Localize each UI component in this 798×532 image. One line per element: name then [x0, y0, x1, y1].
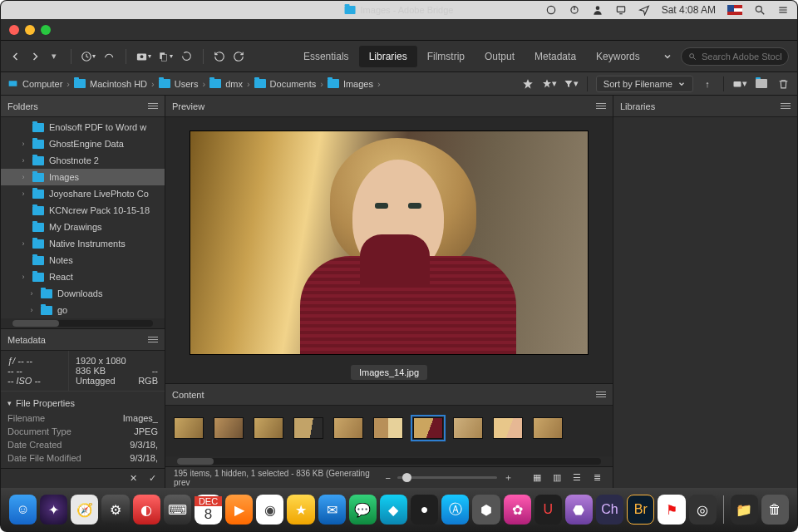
zoom-in-icon[interactable]: ＋	[504, 471, 513, 484]
flag-icon[interactable]	[727, 5, 742, 15]
folder-go[interactable]: ›go	[21, 302, 165, 318]
new-folder-icon[interactable]	[754, 76, 769, 91]
send-icon[interactable]	[638, 4, 650, 16]
filter-star-icon[interactable]	[520, 76, 535, 91]
view-grid-icon[interactable]: ▥	[549, 472, 564, 484]
dock-app-flag[interactable]: ⚑	[658, 495, 685, 525]
workspace-tab-keywords[interactable]: Keywords	[586, 46, 650, 67]
folder-notes[interactable]: Notes	[1, 252, 165, 268]
zoom-window[interactable]	[41, 25, 51, 35]
panel-menu-icon[interactable]	[148, 103, 158, 109]
rotate-cw-icon[interactable]	[233, 47, 245, 66]
batch-icon[interactable]: ▾	[158, 47, 173, 66]
user-icon[interactable]	[592, 4, 603, 16]
dock-launchpad[interactable]: ✦	[40, 495, 67, 525]
thumbnail[interactable]	[174, 417, 204, 439]
dock-terminal[interactable]: ⌨	[164, 495, 191, 525]
dock-bridge[interactable]: Br	[627, 495, 654, 525]
tree-hscroll[interactable]	[1, 318, 165, 328]
crumb-images[interactable]: Images	[328, 79, 373, 89]
filter-rating-icon[interactable]: ▾	[542, 76, 557, 91]
meta-apply-icon[interactable]: ✓	[149, 473, 156, 484]
metadata-panel-header[interactable]: Metadata	[1, 329, 165, 351]
thumb-size-slider[interactable]: − ＋	[386, 471, 513, 484]
dock-messages[interactable]: 💬	[349, 495, 377, 525]
close-window[interactable]	[9, 25, 19, 35]
panel-menu-icon[interactable]	[781, 103, 791, 109]
crumb-documents[interactable]: Documents	[254, 79, 317, 89]
camera-import-icon[interactable]: ▾	[135, 47, 151, 66]
folder-ghostnote-2[interactable]: ›Ghostnote 2	[1, 152, 165, 169]
crumb-computer[interactable]: Computer	[7, 78, 62, 89]
view-grid-lock-icon[interactable]: ▦	[530, 472, 544, 484]
zoom-out-icon[interactable]: −	[386, 473, 391, 483]
folder-enolsoft-pdf-to-word-w[interactable]: Enolsoft PDF to Word w	[1, 119, 165, 135]
dock-app-dark[interactable]: ●	[411, 495, 438, 525]
crumb-dmx[interactable]: dmx	[209, 79, 243, 89]
panel-menu-icon[interactable]	[596, 103, 606, 109]
menu-icon[interactable]	[777, 4, 789, 16]
dock-safari[interactable]: 🧭	[71, 495, 98, 525]
folders-panel-header[interactable]: Folders	[1, 96, 165, 117]
filter-funnel-icon[interactable]: ▾	[564, 76, 579, 91]
view-details-icon[interactable]: ☰	[569, 472, 584, 484]
folder-ghostengine-data[interactable]: ›GhostEngine Data	[1, 135, 165, 152]
spotlight-icon[interactable]	[754, 4, 766, 16]
preview-panel-header[interactable]: Preview	[165, 96, 613, 117]
dock-app-cyan[interactable]: ◆	[380, 495, 407, 525]
workspace-tab-metadata[interactable]: Metadata	[525, 46, 586, 67]
preview-image[interactable]	[190, 131, 589, 355]
folder-kcncrew-pack-10-15-18[interactable]: KCNcrew Pack 10-15-18	[1, 202, 165, 219]
dock-downloads[interactable]: 📁	[731, 495, 758, 525]
crumb-macintosh-hd[interactable]: Macintosh HD	[74, 79, 147, 89]
search-stock[interactable]	[681, 47, 789, 66]
dock-settings[interactable]: ⚙	[101, 495, 129, 525]
folder-joyoshare-livephoto-co[interactable]: ›Joyoshare LivePhoto Co	[1, 185, 165, 202]
dock-trash[interactable]: 🗑	[761, 495, 789, 525]
nav-back[interactable]	[9, 47, 22, 66]
dock-app-dark2[interactable]: ◎	[689, 495, 717, 525]
nav-up[interactable]: ▾	[48, 47, 61, 66]
thumbnail[interactable]	[453, 417, 483, 439]
sort-asc-icon[interactable]: ↑	[700, 76, 715, 91]
recent-icon[interactable]: ▾	[81, 47, 96, 66]
search-input[interactable]	[702, 52, 781, 62]
dock-app-yellow[interactable]: ★	[287, 495, 314, 525]
dock-calendar[interactable]: DEC8	[195, 495, 222, 525]
workspace-tab-libraries[interactable]: Libraries	[359, 46, 417, 67]
view-list-icon[interactable]: ≣	[589, 472, 604, 484]
boomerang-icon[interactable]	[102, 47, 115, 66]
dock-app-orange[interactable]: ▶	[225, 495, 253, 525]
thumbnail[interactable]	[413, 417, 443, 439]
dock-mail[interactable]: ✉	[318, 495, 346, 525]
thumbnail[interactable]	[214, 417, 244, 439]
creative-cloud-icon[interactable]	[545, 4, 557, 16]
tabs-more[interactable]	[662, 47, 674, 66]
workspace-tab-output[interactable]: Output	[475, 46, 525, 67]
folder-react[interactable]: ›React	[1, 268, 165, 285]
content-panel-header[interactable]: Content	[165, 384, 613, 406]
dock-app-u[interactable]: U	[534, 495, 562, 525]
thumbnail[interactable]	[333, 417, 363, 439]
dock-character-animator[interactable]: Ch	[596, 495, 623, 525]
sort-dropdown[interactable]: Sort by Filename	[596, 76, 693, 92]
libraries-panel-header[interactable]: Libraries	[613, 96, 797, 117]
thumbnail[interactable]	[254, 417, 283, 439]
display-icon[interactable]	[615, 4, 627, 16]
folder-images[interactable]: ›Images	[1, 169, 165, 185]
meta-cancel-icon[interactable]: ✕	[130, 473, 137, 484]
dock-app-red[interactable]: ◐	[133, 495, 160, 525]
menubar-clock[interactable]: Sat 4:08 AM	[662, 4, 716, 16]
dock-appstore[interactable]: Ⓐ	[441, 495, 469, 525]
panel-menu-icon[interactable]	[148, 337, 158, 342]
dock-app-grey[interactable]: ⬢	[472, 495, 500, 525]
trash-icon[interactable]	[776, 76, 791, 91]
open-recent-icon[interactable]: ▾	[732, 76, 747, 91]
panel-menu-icon[interactable]	[596, 392, 606, 397]
minimize-window[interactable]	[25, 25, 35, 35]
thumbnail[interactable]	[533, 417, 563, 439]
thumbnail[interactable]	[373, 417, 403, 439]
dock-app-pink[interactable]: ✿	[504, 495, 531, 525]
content-hscroll[interactable]	[165, 456, 613, 466]
folder-native-instruments[interactable]: ›Native Instruments	[1, 235, 165, 252]
